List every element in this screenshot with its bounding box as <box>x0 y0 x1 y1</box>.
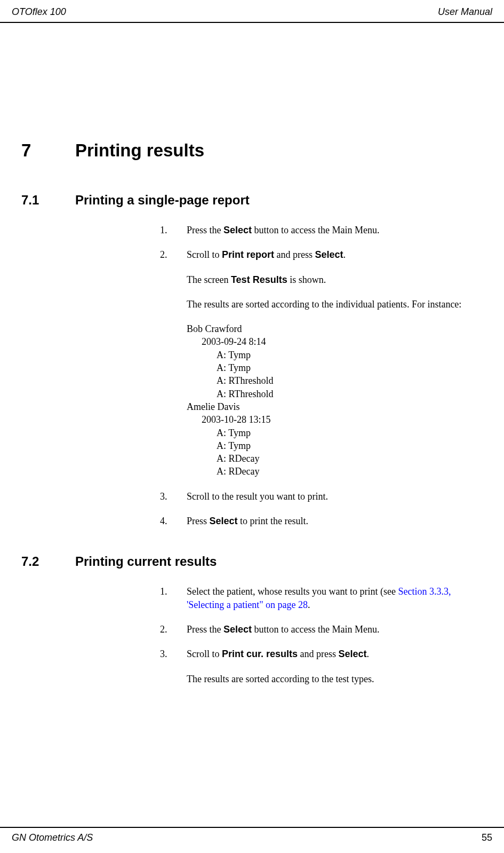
bold-text: Test Results <box>231 274 287 285</box>
patient-datetime: 2003-09-24 8:14 <box>202 335 472 348</box>
text: The screen <box>187 274 231 285</box>
patient-name: Amelie Davis <box>187 400 472 413</box>
page-header: OTOflex 100 User Manual <box>0 0 504 23</box>
section-7-1-heading: 7.1 Printing a single-page report <box>21 193 483 208</box>
step-text: Press the Select button to access the Ma… <box>187 224 472 236</box>
step-text: Press Select to print the result. <box>187 515 472 527</box>
text: Press <box>187 516 210 526</box>
header-right: User Manual <box>438 6 492 18</box>
step-text: Scroll to Print report and press Select. <box>187 248 472 261</box>
text: Select the patient, whose results you wa… <box>187 586 398 597</box>
note-paragraph: The results are sorted according to the … <box>160 298 472 311</box>
step-text: Press the Select button to access the Ma… <box>187 623 472 636</box>
step-number: 3. <box>160 647 187 660</box>
text: and press <box>298 649 338 659</box>
step-text: Select the patient, whose results you wa… <box>187 585 472 611</box>
spacer <box>160 322 187 478</box>
subsection-number: 7.2 <box>21 554 75 569</box>
page-number: 55 <box>482 832 492 843</box>
bold-text: Select <box>223 624 252 635</box>
result-line: A: RDecay <box>217 465 472 478</box>
text: Press the <box>187 225 223 235</box>
text: button to access the Main Menu. <box>252 225 379 235</box>
patient-datetime: 2003-10-28 13:15 <box>202 413 472 426</box>
result-line: A: Tymp <box>217 426 472 439</box>
result-line: A: RDecay <box>217 452 472 465</box>
step-3: 3. Scroll to Print cur. results and pres… <box>160 647 472 660</box>
subsection-title: Printing a single-page report <box>75 193 250 208</box>
text: to print the result. <box>238 516 308 526</box>
section-number: 7 <box>21 140 75 161</box>
text: . <box>367 649 370 659</box>
step-1: 1. Select the patient, whose results you… <box>160 585 472 611</box>
step-1: 1. Press the Select button to access the… <box>160 224 472 236</box>
result-line: A: RThreshold <box>217 374 472 387</box>
note-paragraph: The screen Test Results is shown. <box>160 273 472 286</box>
step-number: 2. <box>160 248 187 261</box>
page-content: 7 Printing results 7.1 Printing a single… <box>0 23 504 685</box>
result-line: A: Tymp <box>217 439 472 452</box>
bold-text: Select <box>210 516 238 526</box>
note-text: The results are sorted according to the … <box>187 673 472 685</box>
text: Scroll to <box>187 249 222 260</box>
example-block: Bob Crawford 2003-09-24 8:14 A: Tymp A: … <box>160 322 472 478</box>
subsection-number: 7.1 <box>21 193 75 208</box>
note-paragraph: The results are sorted according to the … <box>160 673 472 685</box>
result-line: A: RThreshold <box>217 388 472 400</box>
bold-text: Print report <box>222 249 274 260</box>
spacer <box>160 298 187 311</box>
step-number: 2. <box>160 623 187 636</box>
section-title: Printing results <box>75 140 204 161</box>
text: and press <box>274 249 315 260</box>
note-text: The results are sorted according to the … <box>187 298 472 311</box>
step-4: 4. Press Select to print the result. <box>160 515 472 527</box>
step-number: 3. <box>160 490 187 503</box>
spacer <box>160 673 187 685</box>
text: . <box>343 249 346 260</box>
text: Press the <box>187 624 223 635</box>
bold-text: Select <box>223 225 252 235</box>
step-number: 1. <box>160 585 187 611</box>
subsection-title: Printing current results <box>75 554 217 569</box>
text: button to access the Main Menu. <box>252 624 379 635</box>
header-left: OTOflex 100 <box>12 6 66 18</box>
step-text: Scroll to Print cur. results and press S… <box>187 647 472 660</box>
footer-left: GN Otometrics A/S <box>12 832 93 843</box>
page-footer: GN Otometrics A/S 55 <box>0 827 504 843</box>
section-7-heading: 7 Printing results <box>21 140 483 161</box>
step-number: 4. <box>160 515 187 527</box>
example-text: Bob Crawford 2003-09-24 8:14 A: Tymp A: … <box>187 322 472 478</box>
bold-text: Print cur. results <box>222 649 298 659</box>
spacer <box>160 273 187 286</box>
step-2: 2. Scroll to Print report and press Sele… <box>160 248 472 261</box>
step-number: 1. <box>160 224 187 236</box>
text: Scroll to <box>187 649 222 659</box>
patient-name: Bob Crawford <box>187 322 472 335</box>
result-line: A: Tymp <box>217 349 472 361</box>
note-text: The screen Test Results is shown. <box>187 273 472 286</box>
step-text: Scroll to the result you want to print. <box>187 490 472 503</box>
bold-text: Select <box>315 249 343 260</box>
section-7-2-heading: 7.2 Printing current results <box>21 554 483 569</box>
step-2: 2. Press the Select button to access the… <box>160 623 472 636</box>
step-3: 3. Scroll to the result you want to prin… <box>160 490 472 503</box>
result-line: A: Tymp <box>217 361 472 374</box>
text: is shown. <box>287 274 326 285</box>
text: . <box>308 599 310 610</box>
bold-text: Select <box>339 649 367 659</box>
